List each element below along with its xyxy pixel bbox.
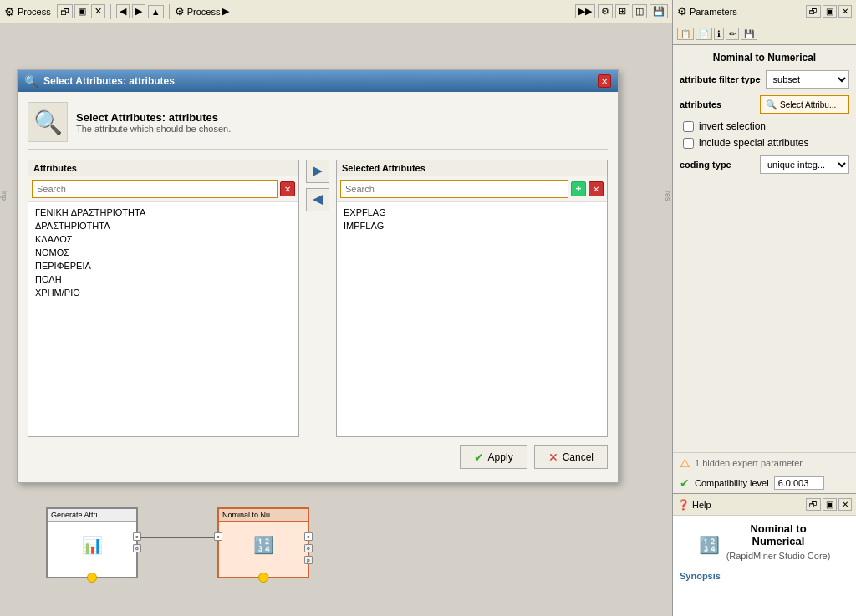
connector-line [140,537,215,538]
dialog-footer: ✔ Apply ✕ Cancel [28,437,608,472]
list-item[interactable]: IMPFLAG [340,219,604,232]
help-close-btn[interactable]: ✕ [838,498,852,511]
toolbar-sep2 [169,4,170,19]
nominal-node-icon: 🔢 [219,522,308,568]
transfer-right-btn[interactable] [306,160,329,183]
help-restore-btn[interactable]: 🗗 [806,498,821,511]
apply-button[interactable]: ✔ Apply [460,445,527,469]
right-toolbar: ⚙ Parameters 🗗 ▣ ✕ [673,0,856,23]
nominal-to-numerical-node[interactable]: Nominal to Nu... 🔢 e e o p [217,507,309,578]
invert-selection-label: invert selection [699,120,766,132]
close-tab-btn[interactable]: ✕ [91,4,105,18]
apply-check-icon: ✔ [474,451,484,464]
grid-btn[interactable]: ⊞ [615,4,629,18]
list-item[interactable]: ΠΕΡΙΦΕΡΕΙΑ [32,259,295,272]
generate-bottom-port [87,573,97,583]
left-search-row: ✕ [28,176,298,202]
dialog-description: Select Attributes: attributes The attrib… [76,111,231,134]
list-item[interactable]: ΠΟΛΗ [32,272,295,286]
nominal-node-header: Nominal to Nu... [219,509,308,522]
params-edit-btn[interactable]: ✏ [726,28,739,40]
inp-label: inp [0,191,8,201]
list-item[interactable]: ΝΟΜΟΣ [32,246,295,259]
params-section-title: Nominal to Numerical [680,52,849,64]
warning-icon: ⚠ [680,456,690,470]
right-add-btn[interactable]: + [571,181,586,196]
attributes-row: Attributes ✕ ΓΕΝIKH ΔΡΑΣΤΗΡΙΟΤΗΤΑ ΔΡΑΣΤΗ… [28,160,608,437]
right-attr-list: EXPFLAG IMPFLAG [337,202,607,436]
restore-btn[interactable]: 🗗 [57,4,73,18]
save-btn[interactable]: 💾 [650,4,668,18]
right-remove-btn[interactable]: ✕ [588,181,604,196]
params-save-btn[interactable]: 💾 [741,28,757,40]
ok-icon: ✔ [680,476,690,490]
hidden-expert-label: 1 hidden expert parameter [695,458,802,468]
generate-attributes-node[interactable]: Generate Attri... 📊 e o [46,507,138,578]
attr-filter-label: attribute filter type [680,74,761,84]
coding-type-dropdown[interactable]: unique integ... [760,155,849,174]
left-attr-list: ΓΕΝIKH ΔΡΑΣΤΗΡΙΟΤΗΤΑ ΔΡΑΣΤΗΡΙΟΤΗΤΑ ΚΛΑΔΟ… [28,202,298,436]
include-special-label: include special attributes [699,137,808,149]
select-attrib-label: Select Attribu... [780,100,836,109]
process-arrow: ▶ [222,6,229,17]
left-search-input[interactable] [32,180,278,198]
process-label: Process [187,7,221,17]
list-item[interactable]: ΓΕΝIKH ΔΡΑΣΤΗΡΙΟΤΗΤΑ [32,206,295,219]
help-content-icon: 🔢 [699,535,720,555]
help-core-label: (RapidMiner Studio Core) [726,551,831,561]
maximize-btn[interactable]: ▣ [74,4,89,18]
params-section: Nominal to Numerical attribute filter ty… [673,45,856,187]
include-special-checkbox[interactable] [683,138,694,149]
right-search-input[interactable] [340,180,568,198]
generate-node-icon: 📊 [48,522,136,568]
params-paste-btn[interactable]: 📄 [696,28,712,40]
right-search-row: + ✕ [337,176,607,202]
params-icon: ⚙ [677,5,687,18]
transfer-left-btn[interactable] [306,188,329,211]
attr-filter-row: attribute filter type subset [680,70,849,89]
invert-selection-checkbox[interactable] [683,121,694,132]
res-label: res [664,191,672,201]
nominal-exa-in-port: e [214,532,222,541]
dialog-close-btn[interactable]: ✕ [598,74,611,88]
params-copy-btn[interactable]: 📋 [677,28,694,40]
process-icon2: ⚙ [175,5,185,18]
generate-node-header: Generate Attri... [48,509,136,522]
search-icon: 🔍 [766,99,777,110]
dialog-body: 🔍 Select Attributes: attributes The attr… [18,92,618,482]
process-icon: ⚙ [4,5,15,18]
select-attributes-btn[interactable]: 🔍 Select Attribu... [760,95,849,114]
params-info-btn[interactable]: ℹ [714,28,724,40]
help-icon: ❓ [677,499,690,511]
list-item[interactable]: ΚΛΑΔΟΣ [32,232,295,246]
back-btn[interactable]: ◀ [116,4,130,18]
svg-marker-1 [313,195,323,205]
compat-input[interactable] [774,476,824,490]
dialog-title-icon: 🔍 [24,74,38,88]
params-close-btn[interactable]: ✕ [838,5,852,18]
svg-marker-0 [313,166,323,176]
run-btn[interactable]: ▶▶ [575,4,595,18]
cancel-button[interactable]: ✕ Cancel [534,445,608,469]
synopsis-link[interactable]: Synopsis [680,571,721,581]
params-maximize-btn[interactable]: ▣ [823,5,837,18]
left-clear-btn[interactable]: ✕ [280,181,295,196]
help-maximize-btn[interactable]: ▣ [823,498,837,511]
cancel-label: Cancel [563,451,594,463]
right-panel: ⚙ Parameters 🗗 ▣ ✕ 📋 📄 ℹ ✏ 💾 Nominal to … [672,0,856,616]
params-action-toolbar: 📋 📄 ℹ ✏ 💾 [673,23,856,45]
settings-btn[interactable]: ⚙ [598,4,613,18]
attr-filter-dropdown[interactable]: subset [766,70,849,89]
help-tab-label: Help [692,500,711,510]
list-item[interactable]: ΧΡΗΜ/ΡΙΟ [32,286,295,299]
layout-btn[interactable]: ◫ [632,4,647,18]
canvas-area: inp res 🔍 Select Attributes: attributes … [0,23,672,616]
list-item[interactable]: ΔΡΑΣΤΗΡΙΟΤΗΤΑ [32,219,295,232]
attributes-param-label: attributes [680,99,755,109]
include-special-row: include special attributes [680,137,849,149]
forward-btn[interactable]: ▶ [132,4,145,18]
generate-ori-port: o [133,544,141,552]
list-item[interactable]: EXPFLAG [340,206,604,219]
params-restore-btn[interactable]: 🗗 [806,5,821,18]
up-btn[interactable]: ▲ [148,5,164,18]
